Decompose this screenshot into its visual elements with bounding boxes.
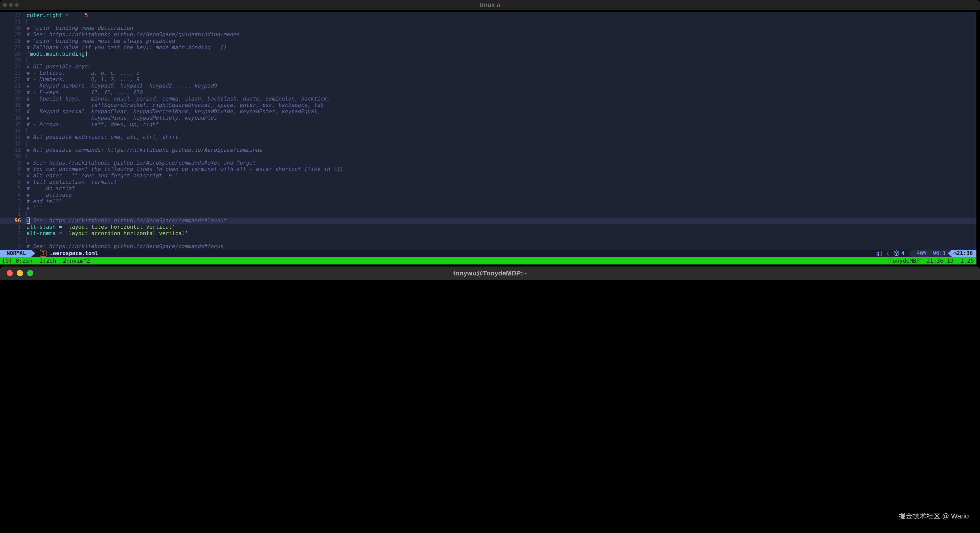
line-text: # ''' bbox=[27, 205, 43, 211]
indent-guide bbox=[27, 57, 27, 63]
editor-line: 9# See: https://nikitabobko.github.io/Ae… bbox=[0, 160, 977, 166]
line-text: # - F-keys. f1, f2, ..., f20 bbox=[27, 89, 143, 95]
line-number: 1 bbox=[0, 224, 27, 230]
vim-editor-viewport[interactable]: 32outer.right = 53130# 'main' binding mo… bbox=[0, 12, 977, 250]
line-number: 3 bbox=[0, 198, 27, 205]
line-text: # - Keypad special. keypadClear, keypadD… bbox=[27, 108, 321, 114]
indent-guide bbox=[27, 211, 27, 217]
watermark-text: 掘金技术社区 @ Wario bbox=[899, 512, 969, 521]
editor-line: 27# Fallback value (if you omit the key)… bbox=[0, 44, 977, 51]
indent-guide bbox=[27, 154, 27, 159]
editor-line: 1alt-slash = 'layout tiles horizontal ve… bbox=[0, 224, 977, 230]
line-number: 27 bbox=[0, 44, 27, 51]
editor-line: 22# - Numbers. 0, 1, 2, ..., 9 bbox=[0, 76, 977, 83]
line-text: # 'main' binding mode must be always pre… bbox=[27, 38, 175, 44]
editor-line: 17# - Keypad special. keypadClear, keypa… bbox=[0, 108, 977, 115]
line-number: 6 bbox=[0, 179, 27, 185]
chevron-left-icon: ❮ bbox=[886, 250, 889, 256]
editor-line: 3# end tell' bbox=[0, 198, 977, 205]
line-text: # 'main' binding mode declaration bbox=[27, 25, 133, 31]
pending-keys: gj bbox=[876, 250, 883, 256]
editor-line: 5# do script bbox=[0, 185, 977, 192]
tmux-window-list[interactable]: [0] 0:zsh- 1:zsh 2:nvim*Z bbox=[2, 257, 90, 264]
line-text bbox=[27, 19, 27, 25]
line-number: 21 bbox=[0, 83, 27, 89]
editor-line: 11# All possible commands: https://nikit… bbox=[0, 147, 977, 154]
line-text bbox=[27, 211, 27, 217]
tmux-status-bar[interactable]: [0] 0:zsh- 1:zsh 2:nvim*Z "TonydeMBP" 21… bbox=[0, 257, 977, 265]
line-text bbox=[27, 141, 27, 147]
statusline-clock: ◷21:36 bbox=[952, 250, 977, 257]
vim-statusline: NORMAL T .aerospace.toml gj ❮ 4 46% 96:1… bbox=[0, 250, 977, 257]
indent-guide bbox=[27, 237, 27, 243]
line-text: # keypadMinus, keypadMultiply, keypadPlu… bbox=[27, 115, 217, 121]
vim-cursor: # bbox=[27, 217, 30, 224]
line-text: alt-comma = 'layout accordion horizontal… bbox=[27, 230, 188, 236]
window-title: tmux a bbox=[0, 1, 980, 9]
line-text: # All possible commands: https://nikitab… bbox=[27, 147, 262, 153]
terminal-titlebar[interactable]: tonywu@TonydeMBP:~ bbox=[0, 266, 980, 280]
line-number: 15 bbox=[0, 121, 27, 128]
line-text: # Fallback value (if you omit the key): … bbox=[27, 44, 227, 51]
line-text: [mode.main.binding] bbox=[27, 51, 88, 57]
editor-lines: 32outer.right = 53130# 'main' binding mo… bbox=[0, 12, 977, 250]
editor-line: 2alt-comma = 'layout accordion horizonta… bbox=[0, 230, 977, 236]
shell-terminal-window: tonywu@TonydeMBP:~ Last login: Sun Jan 1… bbox=[0, 266, 980, 533]
line-number: 28 bbox=[0, 38, 27, 44]
line-text: # end tell' bbox=[27, 198, 62, 205]
editor-line: 23# - Letters. a, b, c, ..., z bbox=[0, 70, 977, 76]
statusline-filename: .aerospace.toml bbox=[49, 250, 98, 256]
line-number: 16 bbox=[0, 115, 27, 121]
line-text: # See: https://nikitabobko.github.io/Aer… bbox=[27, 217, 227, 224]
line-number: 4 bbox=[0, 192, 27, 198]
editor-line: 3 bbox=[0, 236, 977, 243]
line-text: alt-slash = 'layout tiles horizontal ver… bbox=[27, 224, 175, 230]
line-number: 32 bbox=[0, 12, 27, 19]
cube-icon bbox=[893, 250, 900, 257]
line-number: 24 bbox=[0, 63, 27, 70]
line-number: 26 bbox=[0, 51, 27, 57]
editor-line: 19# - Special keys. minus, equal, period… bbox=[0, 96, 977, 102]
line-number: 96 bbox=[0, 217, 27, 224]
line-text: # - Numbers. 0, 1, 2, ..., 9 bbox=[27, 76, 140, 82]
line-text: # All possible keys: bbox=[27, 63, 91, 70]
editor-line: 6# tell application "Terminal" bbox=[0, 179, 977, 185]
scroll-and-position: 46% 96:1 bbox=[912, 250, 948, 257]
line-text bbox=[27, 128, 27, 134]
indent-guide bbox=[27, 19, 27, 24]
powerline-arrow-icon bbox=[908, 250, 912, 257]
line-text: # tell application "Terminal" bbox=[27, 179, 120, 185]
editor-line: 2# ''' bbox=[0, 205, 977, 211]
line-text: # do script bbox=[27, 185, 75, 192]
editor-line: 4# activate bbox=[0, 192, 977, 198]
editor-line: 26[mode.main.binding] bbox=[0, 51, 977, 57]
line-number: 31 bbox=[0, 19, 27, 25]
line-text: # activate bbox=[27, 192, 72, 198]
line-number: 20 bbox=[0, 89, 27, 96]
powerline-arrow-icon bbox=[31, 250, 35, 257]
line-number: 7 bbox=[0, 173, 27, 179]
line-number: 5 bbox=[0, 185, 27, 192]
powerline-arrow-icon bbox=[948, 250, 952, 257]
editor-line: 28# 'main' binding mode must be always p… bbox=[0, 38, 977, 44]
line-number: 13 bbox=[0, 134, 27, 140]
line-number: 8 bbox=[0, 166, 27, 173]
window-title: tonywu@TonydeMBP:~ bbox=[0, 269, 980, 277]
line-number: 2 bbox=[0, 205, 27, 211]
line-number: 9 bbox=[0, 160, 27, 166]
line-text bbox=[27, 154, 27, 160]
line-text: # See: https://nikitabobko.github.io/Aer… bbox=[27, 32, 240, 38]
tmux-window-titlebar[interactable]: tmux a bbox=[0, 0, 980, 10]
editor-line: 8# You can uncomment the following lines… bbox=[0, 166, 977, 173]
line-text bbox=[27, 236, 27, 243]
line-number: 23 bbox=[0, 70, 27, 76]
editor-line: 13# All possible modifiers: cmd, alt, ct… bbox=[0, 134, 977, 140]
line-number: 11 bbox=[0, 147, 27, 154]
line-text: # leftSquareBracket, rightSquareBracket,… bbox=[27, 102, 324, 108]
line-text bbox=[27, 57, 27, 63]
editor-line: 30# 'main' binding mode declaration bbox=[0, 25, 977, 32]
line-text: # - Arrows. left, down, up, right bbox=[27, 121, 159, 127]
editor-line: 15# - Arrows. left, down, up, right bbox=[0, 121, 977, 128]
editor-line: 14 bbox=[0, 128, 977, 134]
editor-line: 12 bbox=[0, 141, 977, 147]
